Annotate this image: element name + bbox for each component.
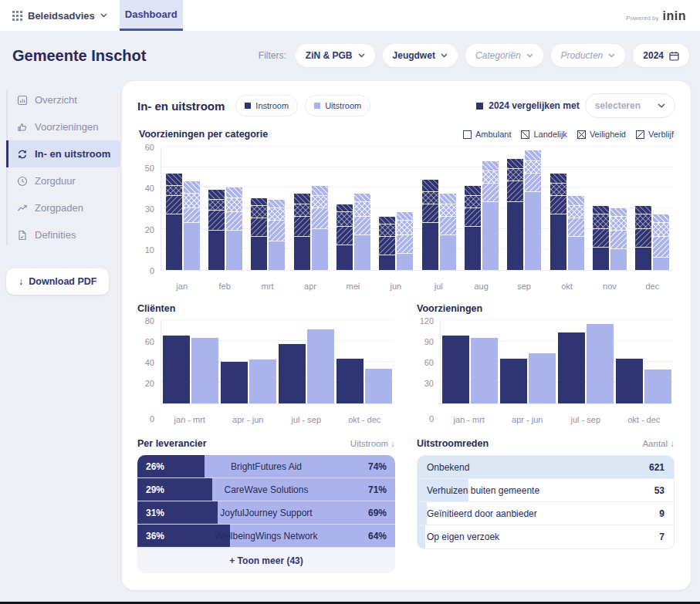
uitstroom-bar bbox=[587, 324, 614, 404]
segment-landelijk bbox=[251, 218, 267, 237]
monthly-bar-chart: 0102030405060janfebmrtaprmeijunjulaugsep… bbox=[137, 147, 675, 291]
y-tick-label: 0 bbox=[417, 415, 434, 423]
sidebar-item-overzicht[interactable]: Overzicht bbox=[6, 86, 120, 113]
filter-year[interactable]: 2024 bbox=[633, 44, 689, 67]
filter-wet[interactable]: Jeugdwet bbox=[383, 44, 458, 67]
segment-veiligheid bbox=[166, 186, 182, 196]
reason-value: 9 bbox=[659, 502, 664, 525]
segment-ambulant bbox=[312, 229, 328, 270]
sidebar-item-in-en-uitstroom[interactable]: In- en uitstroom bbox=[6, 140, 120, 167]
legend-uitstroom[interactable]: Uitstroom bbox=[305, 95, 370, 116]
bar-group bbox=[247, 147, 289, 270]
x-tick-label: jan - mrt bbox=[440, 415, 499, 424]
quarter-charts-row: Cliënten 020406080jan - mrtapr - junjul … bbox=[137, 303, 675, 424]
y-tick-label: 60 bbox=[137, 143, 154, 151]
filter-producten[interactable]: Producten bbox=[551, 44, 626, 67]
instroom-bar bbox=[635, 206, 651, 270]
segment-ambulant bbox=[550, 214, 566, 270]
instroom-swatch bbox=[245, 103, 251, 109]
legend-veiligheid[interactable]: Veiligheid bbox=[577, 130, 626, 139]
supplier-name: BrightFutures Aid bbox=[137, 455, 395, 478]
segment-ambulant bbox=[166, 214, 182, 270]
segment-verblijf bbox=[482, 161, 499, 171]
instroom-bar bbox=[221, 362, 248, 403]
segment-veiligheid bbox=[507, 169, 523, 181]
show-more-button[interactable]: + Toon meer (43) bbox=[137, 548, 395, 573]
reason-label: Verhuizen buiten gemeente bbox=[427, 479, 539, 502]
segment-ambulant bbox=[568, 237, 584, 270]
filter-categorien[interactable]: Categoriën bbox=[465, 44, 543, 67]
segment-ambulant bbox=[507, 202, 523, 270]
tab-dashboard-label: Dashboard bbox=[125, 8, 178, 20]
segment-veiligheid bbox=[397, 221, 413, 235]
legend-verblijf[interactable]: Verblijf bbox=[636, 130, 674, 139]
facilities-bar-chart: 0306090120jan - mrtapr - junjul - sepokt… bbox=[417, 321, 675, 424]
uitstroom-bar bbox=[529, 353, 556, 403]
segment-verblijf bbox=[525, 150, 541, 160]
compare-control: 2024 vergelijken met selecteren bbox=[476, 93, 675, 118]
segment-ambulant bbox=[208, 231, 225, 270]
supplier-row: 29%CareWave Solutions71% bbox=[137, 478, 395, 501]
x-axis-labels: jan - mrtapr - junjul - sepokt - dec bbox=[440, 415, 673, 424]
bar-group bbox=[631, 147, 674, 270]
tab-dashboard[interactable]: Dashboard bbox=[120, 0, 183, 31]
app-switcher[interactable]: Beleidsadvies bbox=[0, 0, 120, 31]
sidebar-item-zorgpaden[interactable]: Zorgpaden bbox=[6, 194, 120, 221]
segment-veiligheid bbox=[635, 214, 651, 229]
bar-group bbox=[441, 321, 499, 403]
facilities-chart-block: Voorzieningen 0306090120jan - mrtapr - j… bbox=[417, 303, 675, 424]
brand-name: inin bbox=[663, 9, 686, 23]
reasons-sort-control[interactable]: Aantal ↓ bbox=[642, 439, 675, 448]
x-tick-label: jan - mrt bbox=[161, 415, 219, 424]
uitstroom-bar bbox=[312, 186, 328, 270]
supplier-name: WellbeingWings Network bbox=[137, 525, 395, 548]
segment-landelijk bbox=[208, 211, 225, 231]
filter-financiering[interactable]: ZiN & PGB bbox=[296, 44, 375, 67]
instroom-bar bbox=[336, 359, 364, 403]
gridline bbox=[441, 319, 673, 320]
legend-instroom[interactable]: Instroom bbox=[235, 95, 298, 116]
clients-chart-title: Cliënten bbox=[137, 303, 395, 314]
segment-verblijf bbox=[251, 198, 267, 207]
filters-label: Filters: bbox=[259, 50, 286, 61]
segment-veiligheid bbox=[482, 171, 499, 184]
segment-landelijk bbox=[482, 184, 499, 202]
bar-groups bbox=[161, 147, 674, 270]
chart-plot bbox=[161, 147, 674, 271]
uitstroom-bar bbox=[482, 161, 499, 270]
segment-ambulant bbox=[440, 235, 456, 270]
segment-verblijf bbox=[397, 212, 413, 221]
y-tick-label: 20 bbox=[137, 380, 154, 387]
legend-ambulant[interactable]: Ambulant bbox=[463, 130, 511, 139]
reason-row: Onbekend621 bbox=[418, 456, 674, 479]
supplier-row: 31%JoyfulJourney Support69% bbox=[137, 501, 395, 525]
suppliers-sort-control[interactable]: Uitstroom ↓ bbox=[350, 439, 395, 448]
segment-verblijf bbox=[593, 206, 609, 214]
sidebar-item-voorzieningen[interactable]: Voorzieningen bbox=[6, 113, 120, 140]
sidebar-item-zorgduur[interactable]: Zorgduur bbox=[6, 167, 120, 194]
legend-landelijk[interactable]: Landelijk bbox=[521, 130, 566, 139]
segment-verblijf bbox=[336, 204, 353, 213]
segment-landelijk bbox=[550, 196, 566, 214]
suppliers-title: Per leverancier bbox=[137, 438, 207, 449]
sidebar-item-definities[interactable]: Definities bbox=[6, 221, 120, 248]
uitstroom-bar bbox=[184, 181, 200, 270]
legend-label: Landelijk bbox=[533, 130, 566, 139]
x-tick-label: nov bbox=[588, 282, 631, 291]
segment-ambulant bbox=[525, 192, 541, 270]
compare-select[interactable]: selecteren bbox=[585, 93, 675, 118]
sort-arrow-icon: ↓ bbox=[391, 439, 395, 448]
segment-verblijf bbox=[440, 194, 456, 204]
y-tick-label: 90 bbox=[417, 338, 434, 346]
segment-landelijk bbox=[507, 181, 523, 202]
x-tick-label: feb bbox=[203, 282, 245, 291]
segment-verblijf bbox=[208, 190, 225, 200]
bar-groups bbox=[441, 321, 673, 403]
segment-veiligheid bbox=[465, 196, 481, 208]
segment-veiligheid bbox=[525, 161, 541, 174]
segment-landelijk bbox=[465, 208, 481, 227]
uitstroom-bar bbox=[365, 369, 392, 403]
download-pdf-button[interactable]: ↓ Download PDF bbox=[6, 268, 109, 295]
instroom-bar bbox=[208, 190, 225, 270]
filter-label: Categoriën bbox=[475, 50, 521, 61]
